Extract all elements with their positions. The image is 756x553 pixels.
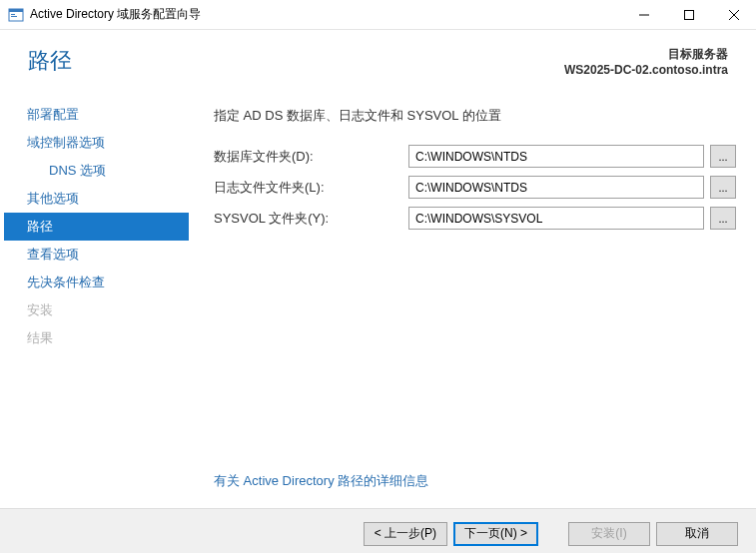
sidebar: 部署配置 域控制器选项 DNS 选项 其他选项 路径 查看选项 先决条件检查 安… xyxy=(4,89,189,508)
minimize-button[interactable] xyxy=(621,0,666,30)
sidebar-item-additional-options[interactable]: 其他选项 xyxy=(4,185,189,213)
page-heading: 路径 xyxy=(28,46,72,76)
close-button[interactable] xyxy=(711,0,756,30)
sidebar-item-paths[interactable]: 路径 xyxy=(4,213,189,241)
database-folder-label: 数据库文件夹(D): xyxy=(214,148,408,166)
svg-rect-3 xyxy=(11,16,17,17)
svg-rect-2 xyxy=(11,14,15,15)
titlebar-buttons xyxy=(621,0,756,30)
maximize-button[interactable] xyxy=(666,0,711,30)
svg-rect-5 xyxy=(684,10,693,19)
sysvol-folder-label: SYSVOL 文件夹(Y): xyxy=(214,210,408,228)
content-title: 指定 AD DS 数据库、日志文件和 SYSVOL 的位置 xyxy=(214,107,736,125)
more-info-link[interactable]: 有关 Active Directory 路径的详细信息 xyxy=(214,472,428,490)
sysvol-folder-row: SYSVOL 文件夹(Y): ... xyxy=(214,207,736,230)
target-server-name: WS2025-DC-02.contoso.intra xyxy=(564,63,728,77)
titlebar: Active Directory 域服务配置向导 xyxy=(0,0,756,30)
window-title: Active Directory 域服务配置向导 xyxy=(30,6,621,23)
sidebar-item-install: 安装 xyxy=(4,296,189,324)
sidebar-item-review-options[interactable]: 查看选项 xyxy=(4,241,189,269)
main-area: 部署配置 域控制器选项 DNS 选项 其他选项 路径 查看选项 先决条件检查 安… xyxy=(0,89,756,508)
install-button: 安装(I) xyxy=(568,522,650,546)
database-folder-row: 数据库文件夹(D): ... xyxy=(214,145,736,168)
sidebar-item-prereq-check[interactable]: 先决条件检查 xyxy=(4,269,189,296)
cancel-button[interactable]: 取消 xyxy=(656,522,738,546)
header-area: 路径 目标服务器 WS2025-DC-02.contoso.intra xyxy=(0,30,756,89)
sidebar-item-dns-options[interactable]: DNS 选项 xyxy=(4,157,189,185)
previous-button[interactable]: < 上一步(P) xyxy=(364,522,447,546)
sysvol-folder-browse-button[interactable]: ... xyxy=(710,207,736,230)
app-icon xyxy=(8,7,24,23)
sysvol-folder-input[interactable] xyxy=(408,207,704,230)
database-folder-input[interactable] xyxy=(408,145,704,168)
svg-rect-1 xyxy=(9,9,23,12)
log-folder-input[interactable] xyxy=(408,176,704,199)
log-folder-browse-button[interactable]: ... xyxy=(710,176,736,199)
sidebar-item-results: 结果 xyxy=(4,324,189,352)
content-area: 指定 AD DS 数据库、日志文件和 SYSVOL 的位置 数据库文件夹(D):… xyxy=(189,89,756,508)
database-folder-browse-button[interactable]: ... xyxy=(710,145,736,168)
log-folder-label: 日志文件文件夹(L): xyxy=(214,179,408,197)
log-folder-row: 日志文件文件夹(L): ... xyxy=(214,176,736,199)
sidebar-item-dc-options[interactable]: 域控制器选项 xyxy=(4,129,189,157)
sidebar-item-deployment-config[interactable]: 部署配置 xyxy=(4,101,189,129)
next-button[interactable]: 下一页(N) > xyxy=(453,522,538,546)
target-server-label: 目标服务器 xyxy=(564,46,728,63)
footer-area: < 上一步(P) 下一页(N) > 安装(I) 取消 xyxy=(0,508,756,553)
target-server-info: 目标服务器 WS2025-DC-02.contoso.intra xyxy=(564,46,728,77)
